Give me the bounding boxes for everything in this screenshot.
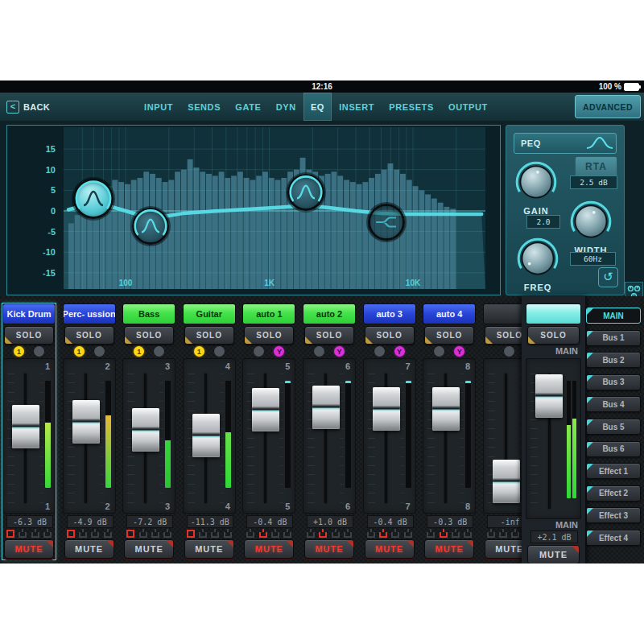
fader-handle[interactable]: [12, 405, 39, 448]
fader-dark-icon[interactable]: [151, 529, 160, 539]
fader-dark-icon[interactable]: [198, 529, 208, 539]
mute-button[interactable]: MUTE: [64, 539, 114, 559]
solo-button[interactable]: SOLO: [424, 326, 474, 345]
fader-handle[interactable]: [252, 388, 279, 431]
sidebar-item-bus-5[interactable]: Bus 5: [586, 419, 641, 435]
back-button[interactable]: < BACK: [6, 93, 50, 121]
sidebar-item-effect-2[interactable]: Effect 2: [586, 485, 641, 502]
mute-button[interactable]: MUTE: [424, 539, 474, 559]
channel-name[interactable]: Kick Drum: [2, 303, 56, 324]
channel-name[interactable]: [483, 303, 522, 324]
fader-dark-icon[interactable]: [463, 529, 473, 539]
fader-handle[interactable]: [72, 400, 100, 444]
tab-gate[interactable]: GATE: [228, 93, 268, 121]
mute-button[interactable]: MUTE: [304, 539, 354, 559]
fader-dark-icon[interactable]: [390, 529, 400, 539]
square-red-icon[interactable]: [6, 529, 15, 539]
sidebar-item-main[interactable]: MAIN: [586, 308, 641, 324]
tab-dyn[interactable]: DYN: [269, 93, 303, 121]
solo-button[interactable]: SOLO: [4, 326, 54, 345]
mute-button[interactable]: MUTE: [527, 545, 580, 564]
solo-button[interactable]: SOLO: [527, 326, 580, 345]
mute-button[interactable]: MUTE: [244, 539, 294, 559]
tab-output[interactable]: OUTPUT: [441, 93, 495, 121]
fader-dark-icon[interactable]: [78, 529, 88, 539]
advanced-button[interactable]: ADVANCED: [575, 95, 641, 118]
fader-red-icon[interactable]: [439, 529, 448, 539]
solo-button[interactable]: SOLO: [244, 326, 294, 345]
fader-dark-icon[interactable]: [43, 529, 52, 539]
tab-insert[interactable]: INSERT: [332, 93, 382, 121]
sidebar-item-effect-4[interactable]: Effect 4: [586, 530, 641, 546]
channel-name[interactable]: auto 3: [363, 303, 416, 324]
sidebar-item-bus-3[interactable]: Bus 3: [586, 374, 641, 390]
channel-name[interactable]: auto 2: [303, 303, 356, 324]
gain-knob[interactable]: [514, 159, 559, 204]
eq-band-1-handle[interactable]: [73, 179, 114, 219]
fader-red-icon[interactable]: [258, 529, 268, 539]
eq-band-2-handle[interactable]: [132, 208, 169, 245]
sidebar-item-bus-1[interactable]: Bus 1: [586, 330, 641, 346]
fader-dark-icon[interactable]: [90, 529, 100, 539]
freq-knob[interactable]: [515, 236, 560, 281]
solo-button[interactable]: SOLO: [64, 326, 114, 345]
tab-eq[interactable]: EQ: [303, 93, 332, 121]
solo-button[interactable]: SOLO: [304, 326, 354, 345]
mute-button[interactable]: MUTE: [4, 539, 54, 559]
channel-name[interactable]: auto 4: [423, 303, 476, 324]
tab-presets[interactable]: PRESETS: [382, 93, 441, 121]
fader-handle[interactable]: [192, 414, 220, 457]
fader-dark-icon[interactable]: [510, 529, 520, 539]
solo-button[interactable]: SOLO: [485, 326, 522, 345]
sidebar-item-effect-3[interactable]: Effect 3: [586, 507, 641, 523]
eq-band-4-handle[interactable]: [368, 204, 405, 241]
fader-dark-icon[interactable]: [306, 529, 316, 539]
fader-handle[interactable]: [535, 374, 563, 418]
sidebar-item-bus-2[interactable]: Bus 2: [586, 352, 641, 368]
fader-dark-icon[interactable]: [403, 529, 413, 539]
fader-dark-icon[interactable]: [223, 529, 233, 539]
fader-dark-icon[interactable]: [331, 529, 341, 539]
sidebar-item-bus-6[interactable]: Bus 6: [586, 441, 641, 457]
fader-dark-icon[interactable]: [426, 529, 436, 539]
mute-button[interactable]: MUTE: [124, 539, 174, 559]
fader-handle[interactable]: [312, 386, 340, 429]
fader-dark-icon[interactable]: [343, 529, 353, 539]
fader-dark-icon[interactable]: [163, 529, 172, 539]
fader-handle[interactable]: [373, 387, 400, 431]
fader-dark-icon[interactable]: [486, 529, 496, 539]
fader-dark-icon[interactable]: [366, 529, 376, 539]
channel-name[interactable]: Guitar: [183, 303, 236, 324]
fader-dark-icon[interactable]: [451, 529, 460, 539]
square-red-icon[interactable]: [66, 529, 76, 539]
channel-name[interactable]: Perc- ussion: [63, 303, 116, 324]
eq-band-3-handle[interactable]: [287, 174, 324, 211]
main-channel-name[interactable]: [526, 303, 581, 324]
square-red-icon[interactable]: [186, 529, 196, 539]
fader-dark-icon[interactable]: [31, 529, 40, 539]
mute-button[interactable]: MUTE: [184, 539, 234, 559]
solo-button[interactable]: SOLO: [365, 326, 415, 345]
fader-red-icon[interactable]: [318, 529, 328, 539]
fader-dark-icon[interactable]: [283, 529, 292, 539]
tab-sends[interactable]: SENDS: [180, 93, 228, 121]
fader-handle[interactable]: [132, 408, 159, 452]
fader-dark-icon[interactable]: [103, 529, 113, 539]
fader-dark-icon[interactable]: [18, 529, 27, 539]
mute-button[interactable]: MUTE: [485, 539, 522, 559]
eq-type-select[interactable]: PEQ: [514, 133, 617, 154]
fader-dark-icon[interactable]: [498, 529, 508, 539]
fader-dark-icon[interactable]: [246, 529, 255, 539]
fader-handle[interactable]: [432, 387, 460, 431]
sidebar-item-effect-1[interactable]: Effect 1: [586, 463, 641, 479]
channel-name[interactable]: Bass: [122, 303, 175, 324]
reset-button[interactable]: ↺: [598, 267, 618, 287]
solo-button[interactable]: SOLO: [184, 326, 234, 345]
width-knob[interactable]: [568, 199, 613, 244]
tab-input[interactable]: INPUT: [137, 93, 180, 121]
channel-name[interactable]: auto 1: [242, 303, 295, 324]
fader-red-icon[interactable]: [378, 529, 388, 539]
fader-dark-icon[interactable]: [210, 529, 220, 539]
solo-button[interactable]: SOLO: [124, 326, 174, 345]
rta-button[interactable]: RTA: [575, 156, 617, 177]
